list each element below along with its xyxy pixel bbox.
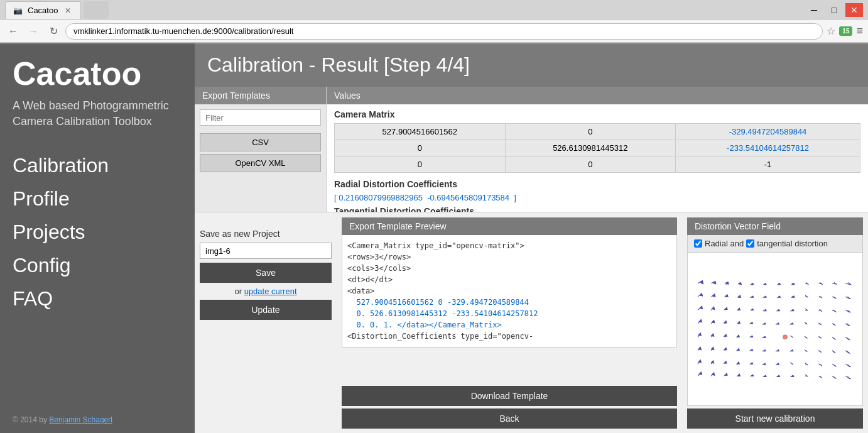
- table-row: 0 0 -1: [335, 156, 860, 173]
- tangential-label: Tangential Distortion Coefficients: [334, 206, 860, 212]
- forward-nav-button[interactable]: →: [25, 23, 41, 40]
- distortion-options: Radial and tangential distortion: [687, 235, 863, 253]
- distortion-panel: Distortion Vector Field Radial and tange…: [687, 217, 863, 429]
- sidebar-item-projects[interactable]: Projects: [13, 216, 182, 249]
- matrix-cell: 526.6130981445312: [505, 140, 676, 156]
- start-calibration-button[interactable]: Start new calibration: [687, 408, 863, 429]
- matrix-cell: -329.4947204589844: [676, 124, 860, 140]
- distortion-header: Distortion Vector Field: [687, 217, 863, 235]
- preview-body: <Camera_Matrix type_id="opencv-matrix"> …: [342, 235, 677, 348]
- export-templates-header: Export Templates: [195, 87, 326, 104]
- radial-checkbox[interactable]: [694, 239, 702, 248]
- preview-line: <data>: [347, 285, 671, 297]
- vector-field-svg: [688, 253, 862, 405]
- menu-icon[interactable]: ≡: [856, 25, 863, 38]
- sidebar: Cacatoo A Web based Photogrammetric Came…: [0, 43, 195, 433]
- title-bar: 📷 Cacatoo ✕ ─ □ ✕: [0, 0, 868, 20]
- matrix-cell: 0: [505, 124, 676, 140]
- values-header: Values: [327, 87, 868, 104]
- export-templates-panel: Export Templates CSV OpenCV XML: [195, 87, 327, 212]
- opencv-xml-export-button[interactable]: OpenCV XML: [200, 154, 321, 172]
- window-controls: ─ □ ✕: [805, 3, 863, 17]
- matrix-cell: 0: [505, 156, 676, 173]
- tab-title: Cacatoo: [28, 6, 58, 15]
- bookmark-icon[interactable]: ☆: [827, 25, 835, 37]
- camera-matrix-table: 527.9004516601562 0 -329.4947204589844 0…: [334, 123, 860, 173]
- radial-values: [ 0.21608079969882965 -0.694564580917358…: [334, 193, 860, 202]
- bottom-section: Save as new Project Save or update curre…: [195, 212, 868, 433]
- radial-checkbox-label: Radial and: [705, 239, 744, 248]
- preview-line: 527.9004516601562 0 -329.4947204589844: [347, 297, 671, 308]
- tangential-checkbox-label: tangential distortion: [757, 239, 828, 248]
- extension-badge[interactable]: 15: [839, 26, 852, 36]
- download-template-button[interactable]: Download Template: [342, 386, 677, 406]
- preview-line: <rows>3</rows>: [347, 251, 671, 263]
- preview-panel: Export Template Preview <Camera_Matrix t…: [342, 217, 677, 429]
- camera-matrix-label: Camera Matrix: [334, 109, 860, 119]
- back-nav-button[interactable]: ←: [5, 23, 21, 40]
- preview-line: <Camera_Matrix type_id="opencv-matrix">: [347, 240, 671, 251]
- sidebar-item-faq[interactable]: FAQ: [13, 282, 182, 315]
- csv-export-button[interactable]: CSV: [200, 133, 321, 151]
- preview-line: 0. 0. 1. </data></Camera_Matrix>: [347, 319, 671, 331]
- save-project-label: Save as new Project: [200, 229, 332, 239]
- url-input[interactable]: [65, 23, 823, 40]
- values-panel: Values Camera Matrix 527.9004516601562 0…: [327, 87, 868, 212]
- app-subtitle: A Web based Photogrammetric Camera Calib…: [13, 98, 182, 129]
- matrix-cell: 527.9004516601562: [335, 124, 506, 140]
- address-bar: ← → ↻ ☆ 15 ≡: [0, 20, 868, 43]
- preview-content-area: <Camera_Matrix type_id="opencv-matrix"> …: [342, 235, 677, 383]
- close-button[interactable]: ✕: [845, 3, 863, 17]
- tab-icon: 📷: [13, 6, 23, 15]
- preview-line: <dt>d</dt>: [347, 274, 671, 285]
- browser-chrome: 📷 Cacatoo ✕ ─ □ ✕ ← → ↻ ☆ 15 ≡: [0, 0, 868, 43]
- tab-close-button[interactable]: ✕: [63, 6, 73, 16]
- matrix-section: Camera Matrix 527.9004516601562 0 -329.4…: [327, 104, 868, 212]
- save-project-panel: Save as new Project Save or update curre…: [200, 217, 332, 429]
- preview-line: 0. 526.6130981445312 -233.54104614257812: [347, 308, 671, 319]
- matrix-cell: 0: [335, 156, 506, 173]
- preview-line: <Distortion_Coefficients type_id="opencv…: [347, 331, 671, 342]
- minimize-button[interactable]: ─: [805, 3, 823, 17]
- sidebar-footer: © 2014 by Benjamin Schagerl: [13, 409, 182, 424]
- matrix-cell: -1: [676, 156, 860, 173]
- preview-line: <cols>3</cols>: [347, 263, 671, 274]
- vector-field: [687, 253, 863, 406]
- content-area: Calibration - Result [Step 4/4] Export T…: [195, 43, 868, 433]
- matrix-cell: 0: [335, 140, 506, 156]
- page-title: Calibration - Result [Step 4/4]: [207, 53, 855, 77]
- content-body: Export Templates CSV OpenCV XML Values C…: [195, 87, 868, 433]
- svg-point-109: [783, 335, 787, 339]
- browser-tab[interactable]: 📷 Cacatoo ✕: [5, 1, 81, 19]
- reload-button[interactable]: ↻: [45, 23, 62, 40]
- table-row: 0 526.6130981445312 -233.54104614257812: [335, 140, 860, 156]
- nav-menu: Calibration Profile Projects Config FAQ: [13, 149, 182, 409]
- update-current-link[interactable]: update current: [244, 287, 297, 296]
- table-row: 527.9004516601562 0 -329.4947204589844: [335, 124, 860, 140]
- page-header: Calibration - Result [Step 4/4]: [195, 43, 868, 87]
- author-link[interactable]: Benjamin Schagerl: [49, 415, 112, 424]
- top-section: Export Templates CSV OpenCV XML Values C…: [195, 87, 868, 212]
- or-update-text: or update current: [200, 287, 332, 296]
- filter-input[interactable]: [200, 109, 321, 126]
- matrix-cell: -233.54104614257812: [676, 140, 860, 156]
- back-button[interactable]: Back: [342, 408, 677, 429]
- radial-label: Radial Distortion Coefficients: [334, 179, 860, 189]
- project-name-input[interactable]: [200, 243, 332, 259]
- tangential-checkbox[interactable]: [746, 239, 754, 248]
- sidebar-item-profile[interactable]: Profile: [13, 182, 182, 216]
- sidebar-item-config[interactable]: Config: [13, 249, 182, 282]
- main-layout: Cacatoo A Web based Photogrammetric Came…: [0, 43, 868, 433]
- address-right: ☆ 15 ≡: [827, 25, 863, 38]
- save-button[interactable]: Save: [200, 263, 332, 283]
- maximize-button[interactable]: □: [825, 3, 843, 17]
- app-title: Cacatoo: [13, 56, 182, 92]
- preview-header: Export Template Preview: [342, 217, 677, 235]
- sidebar-item-calibration[interactable]: Calibration: [13, 149, 182, 182]
- update-button[interactable]: Update: [200, 300, 332, 320]
